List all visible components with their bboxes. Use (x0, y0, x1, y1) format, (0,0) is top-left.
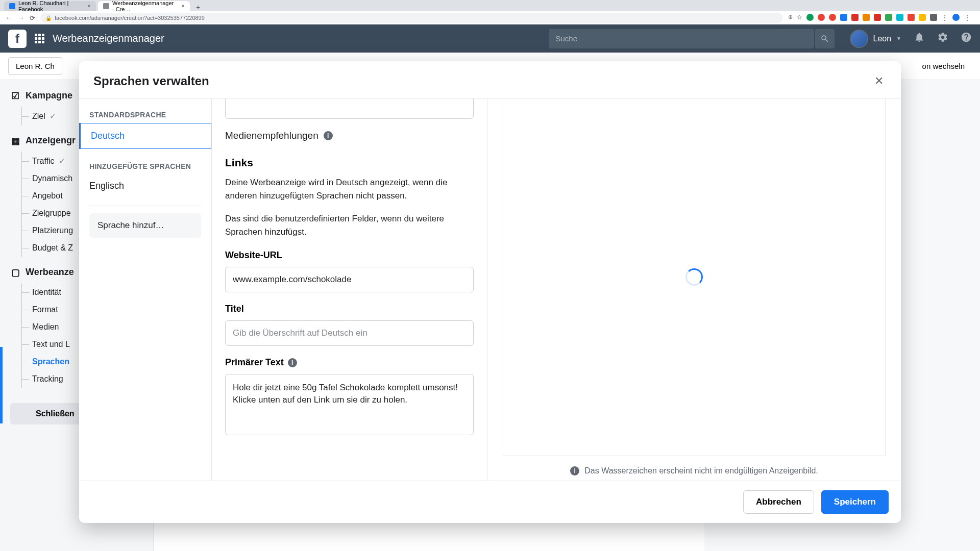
added-languages-label: HINZUGEFÜGTE SPRACHEN (79, 159, 211, 173)
default-language-label: STANDARDSPRACHE (79, 108, 211, 122)
extension-icons: ⊕ ☆ ⋮ ⋮ (788, 14, 975, 22)
search-button[interactable] (815, 29, 835, 48)
reload-button[interactable]: ⟳ (30, 14, 35, 22)
extension-icon[interactable] (851, 14, 859, 21)
avatar (850, 30, 868, 48)
links-description-1: Deine Werbeanzeige wird in Deutsch angez… (225, 176, 474, 203)
extension-icon[interactable] (874, 14, 881, 21)
chevron-down-icon: ▼ (896, 36, 901, 41)
save-button[interactable]: Speichern (821, 490, 889, 514)
address-bar: ← → ⟳ 🔒 facebook.com/adsmanager/creation… (0, 11, 980, 24)
nav-item-label: Ziel (32, 112, 45, 121)
close-icon[interactable]: × (181, 3, 185, 10)
watermark-note: i Das Wasserzeichen erscheint nicht im e… (503, 466, 886, 481)
nav-item-label: Zielgruppe (32, 209, 71, 218)
tab-title: Werbeanzeigenmanager - Cre… (112, 0, 176, 12)
settings-icon[interactable] (937, 32, 948, 45)
menu-icon[interactable]: ⋮ (964, 14, 971, 22)
tabs-bar: Leon R. Chaudhari | Facebook × Werbeanze… (0, 0, 980, 11)
notifications-icon[interactable] (914, 32, 925, 45)
languages-modal: Sprachen verwalten ✕ STANDARDSPRACHE Deu… (79, 61, 901, 523)
nav-item-label: Dynamisch (32, 174, 72, 183)
ad-icon: ▢ (10, 267, 20, 278)
top-input[interactable] (225, 98, 474, 119)
menu-icon[interactable]: ⋮ (941, 14, 948, 22)
nav-item-label: Tracking (32, 374, 63, 384)
extension-icon[interactable] (863, 14, 870, 21)
website-url-input[interactable] (225, 267, 474, 292)
primary-text-label: Primärer Text i (225, 357, 474, 368)
extension-icon[interactable] (829, 14, 836, 21)
extension-icon[interactable] (896, 14, 903, 21)
info-icon[interactable]: i (324, 131, 333, 140)
title-label: Titel (225, 304, 474, 314)
primary-text-input[interactable] (225, 374, 474, 435)
browser-tab[interactable]: Werbeanzeigenmanager - Cre… × (98, 1, 190, 11)
search-placeholder: Suche (556, 34, 578, 43)
title-input[interactable] (225, 320, 474, 346)
page-icon (103, 3, 109, 9)
account-selector[interactable]: Leon R. Ch (8, 57, 62, 75)
close-icon[interactable]: × (87, 3, 91, 10)
divider (89, 206, 201, 206)
watermark-note-text: Das Wasserzeichen erscheint nicht im end… (584, 466, 818, 475)
info-icon[interactable]: i (288, 358, 297, 367)
media-rec-label: Medienempfehlungen (225, 130, 318, 141)
tab-title: Leon R. Chaudhari | Facebook (18, 0, 82, 12)
star-icon[interactable]: ☆ (797, 14, 802, 22)
checkbox-icon: ☑ (10, 91, 20, 101)
lock-icon: 🔒 (45, 15, 52, 21)
profile-icon[interactable] (952, 14, 960, 21)
nav-label: Anzeigengr (26, 135, 76, 146)
loading-spinner-icon (685, 268, 703, 286)
language-item-deutsch[interactable]: Deutsch (79, 123, 211, 149)
url-label: Website-URL (225, 250, 474, 261)
help-icon[interactable] (961, 32, 972, 45)
active-indicator (0, 347, 3, 423)
close-icon[interactable]: ✕ (871, 71, 887, 91)
ad-preview (503, 98, 886, 456)
cancel-button[interactable]: Abbrechen (743, 490, 814, 514)
extension-icon[interactable] (908, 14, 915, 21)
modal-title: Sprachen verwalten (93, 74, 209, 88)
media-recommendations[interactable]: Medienempfehlungen i (225, 130, 474, 141)
nav-item-label: Traffic (32, 157, 55, 166)
check-icon: ✓ (50, 111, 56, 121)
app-title: Werbeanzeigenmanager (53, 33, 549, 44)
new-tab-button[interactable]: + (192, 3, 204, 11)
extension-icon[interactable] (885, 14, 892, 21)
search-input[interactable]: Suche (549, 29, 814, 48)
extension-icon[interactable] (818, 14, 825, 21)
language-item-englisch[interactable]: Englisch (79, 173, 211, 198)
check-icon: ✓ (59, 156, 65, 166)
modal-body: STANDARDSPRACHE Deutsch HINZUGEFÜGTE SPR… (79, 98, 901, 481)
links-heading: Links (225, 157, 474, 169)
apps-menu-icon[interactable] (35, 34, 44, 43)
grid-icon: ▦ (10, 136, 20, 146)
extension-icon[interactable] (806, 14, 814, 21)
user-menu[interactable]: Leon ▼ (850, 30, 902, 48)
switch-button[interactable]: on wechseln (915, 58, 972, 74)
browser-chrome: Leon R. Chaudhari | Facebook × Werbeanze… (0, 0, 980, 24)
browser-tab[interactable]: Leon R. Chaudhari | Facebook × (4, 1, 96, 11)
extension-icon[interactable] (930, 14, 937, 21)
form-column: Medienempfehlungen i Links Deine Werbean… (212, 98, 487, 481)
nav-item-label: Sprachen (32, 357, 69, 366)
nav-item-label: Format (32, 305, 58, 314)
add-language-button[interactable]: Sprache hinzuf… (89, 213, 201, 238)
back-button[interactable]: ← (5, 14, 12, 22)
extension-icon[interactable] (840, 14, 847, 21)
url-input[interactable]: 🔒 facebook.com/adsmanager/creation?act=3… (40, 13, 783, 23)
extension-icon[interactable] (919, 14, 926, 21)
info-icon: i (570, 466, 579, 475)
modal-footer: Abbrechen Speichern (79, 481, 901, 523)
primary-text-label-text: Primärer Text (225, 357, 284, 368)
forward-button[interactable]: → (17, 14, 24, 22)
zoom-icon[interactable]: ⊕ (788, 14, 793, 22)
nav-item-label: Angebot (32, 191, 63, 201)
facebook-logo[interactable]: f (8, 30, 27, 48)
nav-label: Werbeanze (26, 267, 74, 278)
nav-label: Kampagne (26, 90, 72, 101)
url-text: facebook.com/adsmanager/creation?act=303… (55, 15, 205, 21)
nav-item-label: Identität (32, 288, 61, 297)
